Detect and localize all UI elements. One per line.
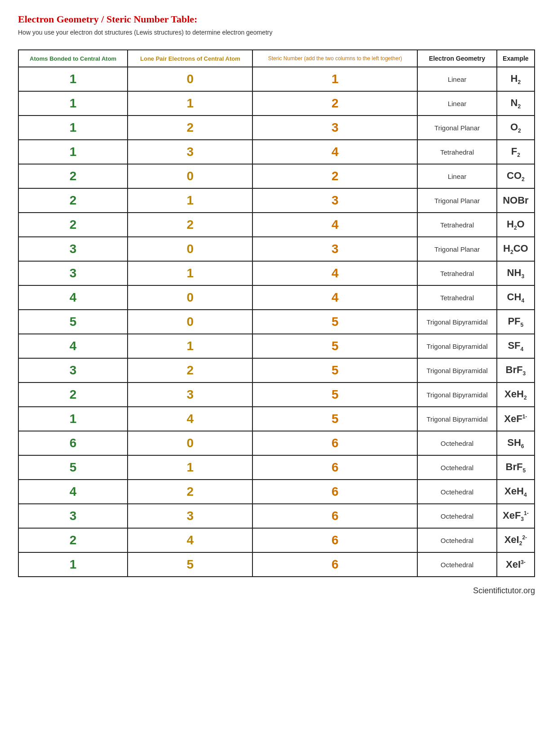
example-cell: CH4 xyxy=(497,285,535,310)
example-cell: NOBr xyxy=(497,188,535,213)
steric-cell: 5 xyxy=(252,407,417,431)
steric-cell: 5 xyxy=(252,310,417,334)
bonded-cell: 4 xyxy=(18,480,128,504)
geometry-cell: Trigonal Bipyramidal xyxy=(417,382,496,407)
table-row: 202LinearCO2 xyxy=(18,164,535,188)
table-row: 213Trigonal PlanarNOBr xyxy=(18,188,535,213)
lone-cell: 0 xyxy=(128,164,252,188)
geometry-cell: Octehedral xyxy=(417,455,496,480)
steric-cell: 6 xyxy=(252,431,417,455)
geometry-cell: Trigonal Bipyramidal xyxy=(417,407,496,431)
lone-cell: 2 xyxy=(128,480,252,504)
example-cell: H2CO xyxy=(497,237,535,261)
lone-cell: 0 xyxy=(128,285,252,310)
example-cell: XeF1- xyxy=(497,407,535,431)
geometry-cell: Tetrahedral xyxy=(417,213,496,237)
example-cell: SH6 xyxy=(497,431,535,455)
bonded-cell: 1 xyxy=(18,91,128,116)
geometry-cell: Trigonal Planar xyxy=(417,188,496,213)
lone-cell: 0 xyxy=(128,310,252,334)
bonded-cell: 5 xyxy=(18,310,128,334)
lone-cell: 1 xyxy=(128,334,252,358)
bonded-cell: 3 xyxy=(18,358,128,382)
lone-cell: 3 xyxy=(128,382,252,407)
footer: Scientifictutor.org xyxy=(18,586,535,596)
bonded-cell: 5 xyxy=(18,455,128,480)
lone-cell: 3 xyxy=(128,140,252,164)
table-row: 123Trigonal PlanarO2 xyxy=(18,116,535,140)
table-row: 505Trigonal BipyramidalPF5 xyxy=(18,310,535,334)
bonded-cell: 2 xyxy=(18,382,128,407)
geometry-cell: Octehedral xyxy=(417,504,496,528)
steric-cell: 6 xyxy=(252,480,417,504)
table-row: 112LinearN2 xyxy=(18,91,535,116)
example-cell: BrF5 xyxy=(497,455,535,480)
steric-cell: 5 xyxy=(252,382,417,407)
bonded-cell: 3 xyxy=(18,261,128,285)
bonded-cell: 6 xyxy=(18,431,128,455)
table-row: 235Trigonal BipyramidalXeH2 xyxy=(18,382,535,407)
example-cell: O2 xyxy=(497,116,535,140)
electron-geometry-table: Atoms Bonded to Central Atom Lone Pair E… xyxy=(18,49,535,577)
table-row: 404TetrahedralCH4 xyxy=(18,285,535,310)
geometry-cell: Linear xyxy=(417,91,496,116)
bonded-cell: 2 xyxy=(18,188,128,213)
table-row: 156OctehedralXeI3- xyxy=(18,552,535,577)
bonded-cell: 1 xyxy=(18,407,128,431)
geometry-cell: Trigonal Bipyramidal xyxy=(417,358,496,382)
example-cell: N2 xyxy=(497,91,535,116)
steric-cell: 5 xyxy=(252,334,417,358)
bonded-cell: 1 xyxy=(18,140,128,164)
lone-cell: 4 xyxy=(128,528,252,552)
header-geometry: Electron Geometry xyxy=(417,50,496,67)
lone-cell: 4 xyxy=(128,407,252,431)
steric-cell: 3 xyxy=(252,237,417,261)
table-row: 516OctehedralBrF5 xyxy=(18,455,535,480)
geometry-cell: Octehedral xyxy=(417,552,496,577)
bonded-cell: 1 xyxy=(18,116,128,140)
lone-cell: 0 xyxy=(128,431,252,455)
table-row: 246OctehedralXeI22- xyxy=(18,528,535,552)
steric-cell: 6 xyxy=(252,528,417,552)
geometry-cell: Tetrahedral xyxy=(417,285,496,310)
lone-cell: 0 xyxy=(128,237,252,261)
geometry-cell: Tetrahedral xyxy=(417,261,496,285)
table-row: 303Trigonal PlanarH2CO xyxy=(18,237,535,261)
lone-cell: 0 xyxy=(128,67,252,91)
lone-cell: 2 xyxy=(128,213,252,237)
table-row: 415Trigonal BipyramidalSF4 xyxy=(18,334,535,358)
table-row: 325Trigonal BipyramidalBrF3 xyxy=(18,358,535,382)
example-cell: NH3 xyxy=(497,261,535,285)
geometry-cell: Octehedral xyxy=(417,431,496,455)
example-cell: XeF31- xyxy=(497,504,535,528)
steric-cell: 6 xyxy=(252,504,417,528)
bonded-cell: 4 xyxy=(18,334,128,358)
bonded-cell: 3 xyxy=(18,504,128,528)
steric-cell: 3 xyxy=(252,188,417,213)
geometry-cell: Trigonal Bipyramidal xyxy=(417,334,496,358)
steric-cell: 4 xyxy=(252,140,417,164)
table-row: 224TetrahedralH2O xyxy=(18,213,535,237)
example-cell: H2 xyxy=(497,67,535,91)
example-cell: H2O xyxy=(497,213,535,237)
table-row: 426OctehedralXeH4 xyxy=(18,480,535,504)
steric-cell: 1 xyxy=(252,67,417,91)
page-title: Electron Geometry / Steric Number Table: xyxy=(18,13,535,25)
lone-cell: 5 xyxy=(128,552,252,577)
steric-cell: 4 xyxy=(252,285,417,310)
bonded-cell: 2 xyxy=(18,213,128,237)
geometry-cell: Tetrahedral xyxy=(417,140,496,164)
bonded-cell: 4 xyxy=(18,285,128,310)
example-cell: CO2 xyxy=(497,164,535,188)
geometry-cell: Trigonal Bipyramidal xyxy=(417,310,496,334)
example-cell: XeI22- xyxy=(497,528,535,552)
geometry-cell: Octehedral xyxy=(417,480,496,504)
lone-cell: 2 xyxy=(128,116,252,140)
steric-cell: 4 xyxy=(252,213,417,237)
example-cell: F2 xyxy=(497,140,535,164)
table-row: 336OctehedralXeF31- xyxy=(18,504,535,528)
subtitle: How you use your electron dot structures… xyxy=(18,29,535,36)
example-cell: XeH4 xyxy=(497,480,535,504)
bonded-cell: 1 xyxy=(18,67,128,91)
header-example: Example xyxy=(497,50,535,67)
